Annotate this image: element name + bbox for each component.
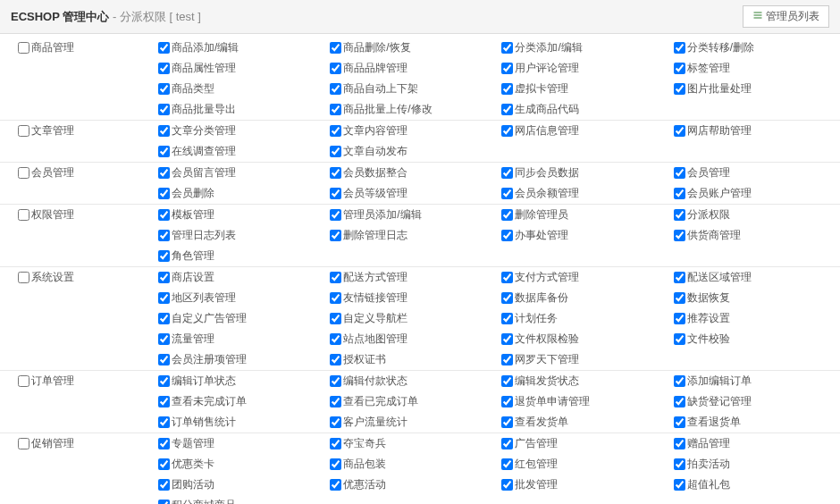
perm-checkbox[interactable] [158,500,170,504]
perm-cell: 供货商管理 [668,225,840,246]
perm-checkbox[interactable] [158,313,170,324]
perm-checkbox[interactable] [330,146,341,157]
svg-rect-2 [754,17,762,19]
group-checkbox[interactable] [18,375,29,387]
perm-checkbox[interactable] [330,333,341,345]
perm-checkbox[interactable] [330,292,341,304]
admin-list-button[interactable]: 管理员列表 [743,5,829,28]
perm-checkbox[interactable] [674,125,685,137]
perm-checkbox[interactable] [501,230,513,241]
perm-label: 模板管理 [172,207,214,223]
perm-checkbox[interactable] [501,458,513,470]
perm-checkbox[interactable] [158,375,170,387]
perm-checkbox[interactable] [330,396,341,407]
perm-checkbox[interactable] [158,458,170,470]
perm-cell: 商品品牌管理 [324,58,496,79]
perm-checkbox[interactable] [158,292,170,304]
perm-cell [496,141,668,163]
perm-checkbox[interactable] [158,188,170,199]
perm-checkbox[interactable] [501,438,513,449]
perm-checkbox[interactable] [330,83,341,95]
perm-checkbox[interactable] [158,272,170,283]
perm-cell: 编辑发货状态 [496,371,668,392]
perm-checkbox[interactable] [501,104,513,115]
perm-checkbox[interactable] [330,354,341,365]
perm-checkbox[interactable] [501,479,513,491]
perm-checkbox[interactable] [330,188,341,199]
perm-checkbox[interactable] [674,375,685,387]
perm-checkbox[interactable] [674,479,685,491]
perm-checkbox[interactable] [674,438,685,449]
perm-checkbox[interactable] [158,125,170,137]
group-checkbox[interactable] [18,438,29,449]
perm-checkbox[interactable] [158,83,170,95]
perm-checkbox[interactable] [674,167,685,179]
perm-checkbox[interactable] [158,250,170,262]
perm-cell: 会员注册项管理 [153,349,324,371]
perm-checkbox[interactable] [158,167,170,179]
perm-checkbox[interactable] [501,354,513,365]
group-checkbox[interactable] [18,272,29,283]
perm-checkbox[interactable] [330,230,341,241]
perm-checkbox[interactable] [501,396,513,407]
group-checkbox[interactable] [18,42,29,54]
perm-checkbox[interactable] [158,438,170,449]
perm-checkbox[interactable] [330,42,341,54]
perm-checkbox[interactable] [501,83,513,95]
perm-label: 编辑订单状态 [172,374,236,389]
perm-checkbox[interactable] [501,42,513,54]
perm-checkbox[interactable] [501,209,513,221]
perm-checkbox[interactable] [674,313,685,324]
perm-checkbox[interactable] [330,209,341,221]
group-checkbox[interactable] [18,125,29,137]
perm-checkbox[interactable] [330,458,341,470]
perm-checkbox[interactable] [158,354,170,365]
perm-checkbox[interactable] [330,63,341,74]
perm-checkbox[interactable] [158,479,170,491]
perm-checkbox[interactable] [501,167,513,179]
perm-label: 网罗天下管理 [515,352,579,367]
perm-checkbox[interactable] [330,167,341,179]
perm-checkbox[interactable] [330,104,341,115]
perm-checkbox[interactable] [501,416,513,428]
perm-checkbox[interactable] [501,313,513,324]
perm-checkbox[interactable] [330,272,341,283]
perm-checkbox[interactable] [501,292,513,304]
group-checkbox[interactable] [18,209,29,221]
perm-checkbox[interactable] [330,375,341,387]
perm-checkbox[interactable] [158,230,170,241]
perm-checkbox[interactable] [674,292,685,304]
perm-checkbox[interactable] [674,83,685,95]
perm-checkbox[interactable] [158,416,170,428]
perm-checkbox[interactable] [501,188,513,199]
perm-checkbox[interactable] [330,416,341,428]
perm-checkbox[interactable] [330,125,341,137]
perm-checkbox[interactable] [501,125,513,137]
perm-checkbox[interactable] [674,230,685,241]
perm-checkbox[interactable] [501,272,513,283]
perm-checkbox[interactable] [330,438,341,449]
perm-checkbox[interactable] [158,104,170,115]
perm-checkbox[interactable] [501,375,513,387]
perm-checkbox[interactable] [674,458,685,470]
perm-label: 网店信息管理 [515,123,579,139]
perm-checkbox[interactable] [158,396,170,407]
perm-checkbox[interactable] [158,63,170,74]
group-checkbox[interactable] [18,167,29,179]
perm-checkbox[interactable] [158,333,170,345]
perm-checkbox[interactable] [674,333,685,345]
perm-checkbox[interactable] [501,63,513,74]
perm-checkbox[interactable] [158,146,170,157]
perm-checkbox[interactable] [158,42,170,54]
perm-checkbox[interactable] [330,479,341,491]
perm-checkbox[interactable] [674,272,685,283]
perm-checkbox[interactable] [674,209,685,221]
perm-checkbox[interactable] [674,42,685,54]
perm-checkbox[interactable] [674,63,685,74]
perm-checkbox[interactable] [674,188,685,199]
perm-checkbox[interactable] [330,313,341,324]
perm-checkbox[interactable] [158,209,170,221]
perm-checkbox[interactable] [674,416,685,428]
perm-checkbox[interactable] [674,396,685,407]
perm-checkbox[interactable] [501,333,513,345]
